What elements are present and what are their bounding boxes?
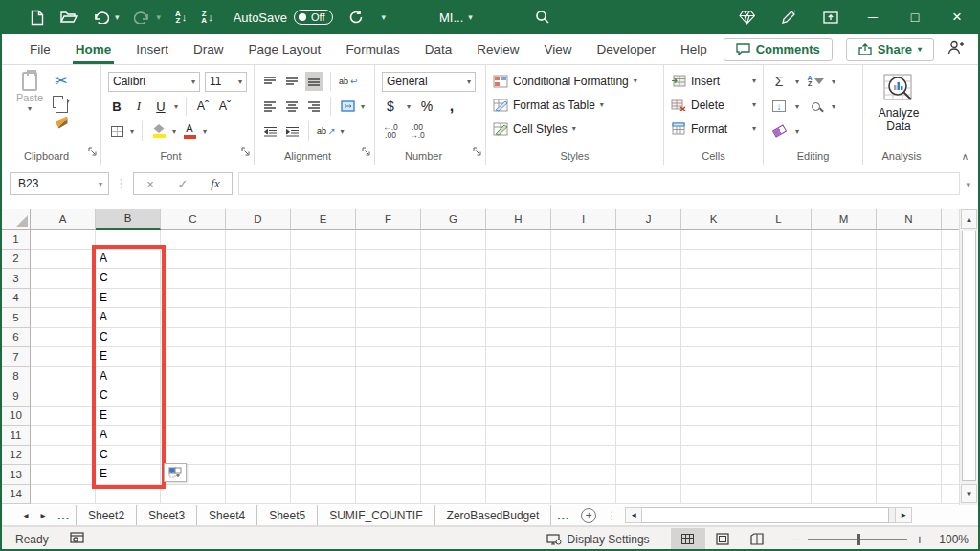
tab-insert[interactable]: Insert — [123, 34, 181, 64]
cell-h13[interactable] — [486, 465, 551, 485]
tab-data[interactable]: Data — [412, 34, 465, 64]
format-painter-button[interactable] — [53, 113, 70, 132]
row-header-3[interactable]: 3 — [2, 269, 31, 289]
search-icon[interactable] — [534, 9, 551, 26]
cell-c7[interactable] — [161, 347, 226, 367]
align-top-button[interactable] — [261, 72, 278, 91]
cell-k12[interactable] — [681, 446, 746, 466]
column-header-d[interactable]: D — [226, 209, 291, 230]
cell-g9[interactable] — [421, 386, 486, 407]
sort-az-icon[interactable]: AZ↓ — [175, 11, 187, 24]
cell-j12[interactable] — [616, 446, 681, 466]
formula-input[interactable] — [238, 172, 960, 195]
cell-d13[interactable] — [226, 465, 291, 485]
zoom-slider[interactable] — [808, 539, 907, 540]
cell-f6[interactable] — [356, 328, 421, 348]
cell-b13[interactable]: E — [96, 465, 161, 485]
cell-n2[interactable] — [877, 250, 942, 270]
row-header-11[interactable]: 11 — [2, 426, 31, 446]
align-bottom-button[interactable] — [305, 72, 323, 91]
cell-l3[interactable] — [746, 269, 812, 289]
scroll-left-icon[interactable]: ◄ — [625, 507, 642, 523]
increase-indent-button[interactable] — [283, 121, 301, 141]
tab-view[interactable]: View — [531, 34, 584, 64]
cell-n13[interactable] — [877, 465, 942, 485]
fill-color-dropdown-icon[interactable]: ▾ — [172, 127, 176, 136]
merge-center-dropdown-icon[interactable]: ▾ — [361, 102, 365, 111]
cell-g2[interactable] — [421, 250, 486, 270]
name-box[interactable]: B23 ▾ — [10, 172, 109, 195]
cell-h2[interactable] — [486, 250, 551, 270]
cell-i12[interactable] — [551, 446, 616, 466]
cell-i3[interactable] — [551, 269, 616, 289]
column-header-g[interactable]: G — [421, 209, 486, 230]
cell-l5[interactable] — [746, 308, 812, 328]
cell-h11[interactable] — [486, 426, 551, 446]
cell-b1[interactable] — [96, 230, 161, 250]
currency-format-button[interactable]: $ — [382, 97, 399, 116]
cell-a9[interactable] — [31, 386, 96, 407]
cell-f8[interactable] — [356, 367, 421, 387]
cell-e13[interactable] — [291, 465, 356, 485]
cell-b10[interactable]: E — [96, 407, 161, 427]
cell-l11[interactable] — [746, 426, 812, 446]
cell-m1[interactable] — [812, 230, 877, 250]
cell-d6[interactable] — [226, 328, 291, 348]
cell-e8[interactable] — [291, 367, 356, 387]
cell-styles-button[interactable]: Cell Styles▾ — [493, 117, 657, 141]
cell-i4[interactable] — [551, 289, 616, 309]
row-header-9[interactable]: 9 — [2, 386, 31, 407]
cell-j6[interactable] — [616, 328, 681, 348]
cell-j5[interactable] — [616, 308, 681, 328]
cell-m8[interactable] — [812, 367, 877, 387]
ink-pen-icon[interactable] — [768, 0, 810, 34]
cell-g8[interactable] — [421, 367, 486, 387]
cell-l6[interactable] — [746, 328, 812, 348]
new-file-icon[interactable] — [29, 9, 46, 26]
cell-c4[interactable] — [161, 289, 226, 309]
cell-m3[interactable] — [812, 269, 877, 289]
autofill-options-button[interactable] — [164, 463, 187, 482]
sheet-overflow-right[interactable]: ... — [551, 509, 575, 522]
tab-file[interactable]: File — [17, 34, 63, 64]
cell-g14[interactable] — [421, 485, 486, 505]
cell-g6[interactable] — [421, 328, 486, 348]
row-header-2[interactable]: 2 — [2, 250, 31, 270]
cell-j2[interactable] — [616, 250, 681, 270]
increase-decimal-button[interactable]: ←.0 .00 — [382, 121, 399, 141]
sheet-tab-sheet3[interactable]: Sheet3 — [136, 505, 196, 525]
paste-button[interactable]: Paste ▾ — [12, 69, 47, 132]
row-header-13[interactable]: 13 — [2, 465, 31, 485]
cell-a7[interactable] — [31, 347, 96, 367]
cell-a1[interactable] — [31, 230, 96, 250]
zoom-level[interactable]: 100% — [932, 533, 969, 546]
cell-m4[interactable] — [812, 289, 877, 309]
cell-h8[interactable] — [486, 367, 551, 387]
refresh-icon[interactable] — [347, 9, 365, 26]
cell-k5[interactable] — [681, 308, 746, 328]
sheet-tab-zerobasedbudget[interactable]: ZeroBasedBudget — [434, 505, 552, 525]
cell-f5[interactable] — [356, 308, 421, 328]
align-center-button[interactable] — [283, 97, 301, 116]
align-middle-button[interactable] — [283, 72, 301, 91]
column-header-h[interactable]: H — [486, 209, 551, 230]
format-as-table-button[interactable]: Format as Table▾ — [493, 93, 657, 117]
select-all-corner[interactable] — [2, 209, 31, 230]
cell-c14[interactable] — [161, 485, 226, 505]
cell-l7[interactable] — [746, 347, 812, 367]
cell-n6[interactable] — [877, 328, 942, 348]
cell-e14[interactable] — [291, 485, 356, 505]
column-header-b[interactable]: B — [96, 209, 161, 230]
cell-a8[interactable] — [31, 367, 96, 387]
cell-f14[interactable] — [356, 485, 421, 505]
minimize-button[interactable]: ─ — [852, 0, 894, 34]
column-header-m[interactable]: M — [812, 209, 877, 230]
cell-j8[interactable] — [616, 367, 681, 387]
cell-b7[interactable]: E — [96, 347, 161, 367]
borders-dropdown-icon[interactable]: ▾ — [130, 127, 134, 136]
tab-draw[interactable]: Draw — [181, 34, 236, 64]
cell-j11[interactable] — [616, 426, 681, 446]
wrap-text-button[interactable]: ab↩ — [339, 72, 358, 91]
cell-j4[interactable] — [616, 289, 681, 309]
cell-d12[interactable] — [226, 446, 291, 466]
